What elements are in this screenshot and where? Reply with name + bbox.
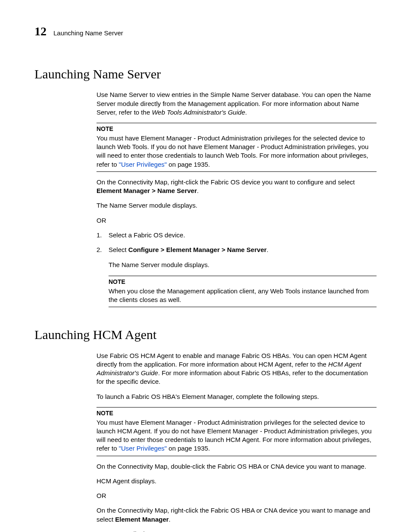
- note-label: NOTE: [97, 125, 377, 133]
- result-paragraph: HCM Agent displays.: [97, 530, 377, 532]
- or-separator: OR: [97, 492, 377, 500]
- step-2: Select Configure > Element Manager > Nam…: [97, 246, 377, 254]
- heading-launching-hcm-agent: Launching HCM Agent: [34, 326, 377, 344]
- result-paragraph: The Name Server module displays.: [97, 201, 377, 210]
- note-block: NOTE You must have Element Manager - Pro…: [97, 407, 377, 456]
- instruction-paragraph: On the Connectivity Map, double-click th…: [97, 462, 377, 471]
- text: on page 1935.: [167, 161, 210, 168]
- menu-path: Element Manager: [115, 516, 168, 523]
- text: .: [267, 246, 268, 253]
- text: .: [169, 516, 171, 523]
- heading-launching-name-server: Launching Name Server: [34, 65, 377, 83]
- guide-title: Web Tools Administrator's Guide: [152, 109, 245, 116]
- text: Use Fabric OS HCM Agent to enable and ma…: [97, 352, 367, 368]
- text: On the Connectivity Map, right-click the…: [97, 178, 355, 186]
- note-label: NOTE: [109, 278, 377, 286]
- intro-paragraph: Use Fabric OS HCM Agent to enable and ma…: [97, 352, 377, 386]
- menu-path: Element Manager > Name Server: [97, 187, 197, 194]
- note-block: NOTE You must have Element Manager - Pro…: [97, 123, 377, 172]
- page-header: 12 Launching Name Server: [34, 23, 377, 40]
- note-label: NOTE: [97, 409, 377, 417]
- result-paragraph: HCM Agent displays.: [97, 477, 377, 485]
- note-text: When you close the Management applicatio…: [109, 287, 377, 305]
- chapter-number: 12: [34, 23, 47, 40]
- note-text: You must have Element Manager - Product …: [97, 418, 377, 453]
- user-privileges-link[interactable]: "User Privileges": [119, 445, 167, 452]
- step-1: Select a Fabric OS device.: [97, 231, 377, 240]
- intro-paragraph: Use Name Server to view entries in the S…: [97, 90, 377, 117]
- launch-paragraph: To launch a Fabric OS HBA's Element Mana…: [97, 392, 377, 401]
- instruction-paragraph: On the Connectivity Map, right-click the…: [97, 506, 377, 524]
- note-text: You must have Element Manager - Product …: [97, 134, 377, 169]
- menu-path: Configure > Element Manager > Name Serve…: [128, 246, 267, 253]
- text: Select: [109, 246, 128, 253]
- step-result: The Name Server module displays.: [109, 261, 377, 269]
- text: .: [245, 109, 247, 116]
- text: .: [197, 187, 199, 194]
- note-block: NOTE When you close the Management appli…: [109, 276, 377, 307]
- text: on page 1935.: [167, 445, 210, 452]
- or-separator: OR: [97, 216, 377, 225]
- instruction-paragraph: On the Connectivity Map, right-click the…: [97, 178, 377, 196]
- running-title: Launching Name Server: [53, 29, 123, 37]
- user-privileges-link[interactable]: "User Privileges": [119, 161, 167, 168]
- step-list: Select a Fabric OS device. Select Config…: [97, 231, 377, 255]
